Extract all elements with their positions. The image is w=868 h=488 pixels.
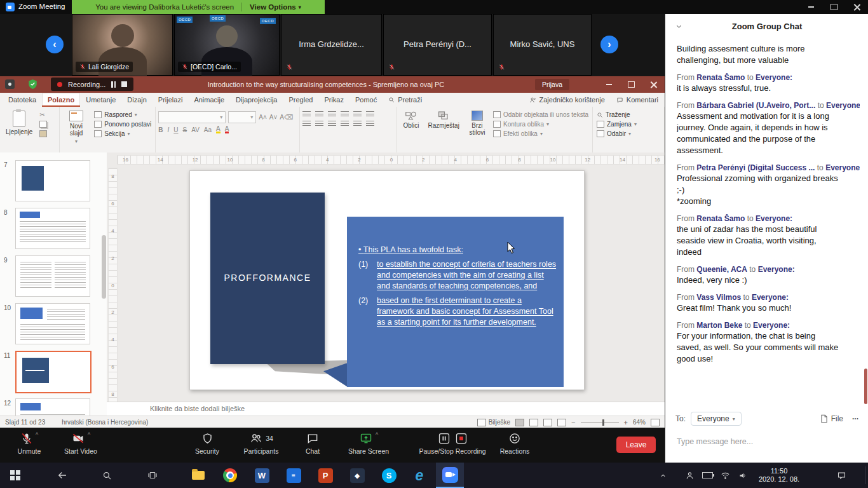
close-button[interactable] [845,0,868,14]
columns-icon[interactable] [353,121,362,128]
zoom-in-button[interactable]: + [624,419,628,426]
share-presentation-button[interactable]: Zajedničko korištenje [524,95,610,105]
tab-polazno[interactable]: Polazno [42,93,80,107]
tab-pregled[interactable]: Pregled [283,93,318,107]
slide-brand-box[interactable]: PROFFORMANCE [210,193,325,364]
stop-recording-icon[interactable] [455,432,468,445]
find-button[interactable]: Traženje [595,111,638,118]
select-button[interactable]: Odabir▾ [595,130,638,137]
select-objects-button[interactable]: Odabir objekata ili unos teksta [492,111,590,118]
slide-thumbnail-11-selected[interactable]: 11 [0,351,107,393]
tab-pomoc[interactable]: Pomoć [349,93,383,107]
zoom-taskbar-icon[interactable] [436,463,464,488]
pause-stop-recording-button[interactable]: Pause/Stop Recording [404,431,501,455]
scroll-right-button[interactable]: › [600,36,618,53]
view-options-button[interactable]: View Options ▾ [250,3,301,11]
file-attach-button[interactable]: File [820,414,843,423]
annotation-tool-icon[interactable] [5,79,15,89]
new-slide-button[interactable]: Novi slajd ▾ [62,109,91,155]
slide-thumbnail-10[interactable]: 10 [0,303,107,346]
video-tile[interactable]: Mirko Savić, UNS [493,14,592,76]
ppt-close-button[interactable] [642,76,665,93]
people-tray-icon[interactable] [681,463,698,488]
tab-umetanje[interactable]: Umetanje [80,93,121,107]
more-options-button[interactable]: ... [848,412,862,425]
clear-formatting-icon[interactable]: A⌫ [280,114,293,121]
smartart-icon[interactable] [366,121,374,128]
justify-icon[interactable] [341,121,349,128]
minimize-button[interactable] [799,0,822,14]
chat-message-list[interactable]: Building assesment culture is more chall… [677,39,860,407]
slide-thumbnail-9[interactable]: 9 [0,255,107,298]
cut-button[interactable]: ✂ [38,111,48,118]
reading-view-button[interactable] [543,419,552,426]
ppt-restore-button[interactable] [620,76,642,93]
numbering-icon[interactable] [315,111,323,118]
slide-text-box[interactable]: • This PLA has a twofold task: (1) to es… [347,217,564,387]
tab-animacije[interactable]: Animacije [188,93,230,107]
zoom-out-button[interactable]: − [571,419,575,426]
chrome-icon[interactable] [216,463,244,488]
shrink-font-icon[interactable]: A˅ [269,114,278,121]
ppt-minimize-button[interactable] [598,76,620,93]
pause-recording-icon[interactable] [438,432,451,445]
underline-button[interactable]: U [173,126,178,133]
character-spacing-button[interactable]: AV [191,126,200,133]
normal-view-button[interactable] [515,419,524,426]
reset-button[interactable]: Ponovno postavi [93,121,153,128]
video-tile[interactable]: Lali Giorgidze [72,14,173,76]
shapes-button[interactable]: Oblici [400,109,422,155]
chevron-up-icon[interactable]: ^ [376,431,378,438]
tab-prikaz[interactable]: Prikaz [318,93,349,107]
replace-button[interactable]: Zamjena▾ [595,121,638,128]
shape-outline-button[interactable]: Kontura oblika▾ [492,121,590,128]
slide-sorter-view-button[interactable] [529,419,538,426]
chevron-up-icon[interactable]: ^ [36,431,38,438]
taskbar-app-icon[interactable]: ◆ [343,463,371,488]
search-box[interactable]: Pretraži [383,93,428,107]
copy-button[interactable] [38,121,48,128]
zoom-slider-thumb[interactable] [602,419,604,426]
align-right-icon[interactable] [328,121,336,128]
slide-thumbnail-8[interactable]: 8 [0,208,107,250]
tab-dizajn[interactable]: Dizajn [121,93,153,107]
align-center-icon[interactable] [315,121,323,128]
decrease-indent-icon[interactable] [328,111,336,118]
participants-button[interactable]: 34 Participants [233,431,290,455]
highlight-color-button[interactable]: A [216,126,220,133]
video-tile[interactable]: Irma Grdzelidze... [281,14,382,76]
battery-icon[interactable] [699,463,715,488]
notes-pane[interactable]: Kliknite da biste dodali bilješke [107,402,708,416]
thumbnail-scrollbar[interactable] [102,235,106,299]
chat-message-input[interactable] [665,432,868,451]
quick-styles-button[interactable]: Brzi stilovi [465,109,489,155]
tab-prijelazi[interactable]: Prijelazi [153,93,189,107]
arrange-button[interactable]: Razmještaj [424,109,462,155]
grow-font-icon[interactable]: A˄ [259,114,267,121]
action-center-icon[interactable] [830,463,853,488]
paste-button[interactable]: Ljepljenje [3,109,36,155]
stop-recording-icon[interactable] [121,81,127,87]
reactions-button[interactable]: Reactions [491,431,539,455]
italic-button[interactable]: I [168,126,170,133]
back-arrow-icon[interactable] [48,463,76,488]
strikethrough-button[interactable]: S [183,126,187,133]
volume-icon[interactable] [735,463,751,488]
security-button[interactable]: Security [183,431,231,455]
wifi-icon[interactable] [717,463,733,488]
change-case-button[interactable]: Aa [204,126,212,133]
slideshow-button[interactable] [557,419,566,426]
font-name-select[interactable]: ▾ [158,111,226,123]
recipient-selector[interactable]: Everyone ▾ [691,412,742,426]
chevron-up-icon[interactable]: ^ [88,431,90,438]
font-color-button[interactable]: A [225,126,229,133]
text-direction-icon[interactable] [366,111,374,118]
task-view-button[interactable] [139,463,166,488]
taskbar-app-icon[interactable]: ≡ [280,463,308,488]
language-indicator[interactable]: hrvatski (Bosna i Hercegovina) [62,419,148,426]
share-screen-button[interactable]: ^ Share Screen [336,431,402,455]
edge-icon[interactable]: e [405,463,433,488]
align-left-icon[interactable] [302,121,311,128]
start-button[interactable] [1,463,29,488]
tab-dijaprojekcija[interactable]: Dijaprojekcija [230,93,283,107]
